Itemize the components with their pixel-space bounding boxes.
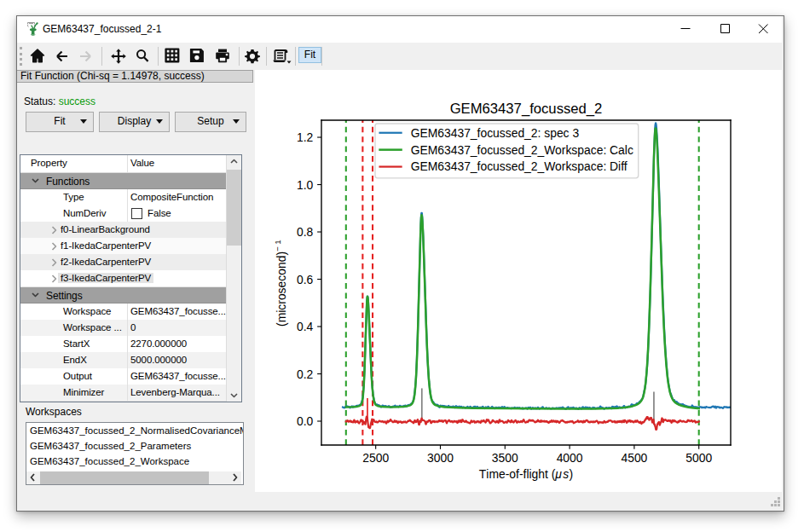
svg-text:GEM63437_focussed_2: spec 3: GEM63437_focussed_2: spec 3 [411, 126, 580, 140]
svg-text:2500: 2500 [362, 451, 389, 465]
svg-text:0.2: 0.2 [297, 367, 314, 381]
svg-text:1.2: 1.2 [297, 130, 314, 144]
svg-text:3000: 3000 [427, 451, 454, 465]
svg-text:GEM63437_focussed_2: GEM63437_focussed_2 [450, 101, 603, 117]
svg-text:T i m e: T i m e - o f - f l i g h t ( ) μ s [479, 461, 578, 483]
svg-text:0.8: 0.8 [297, 225, 314, 239]
svg-text:0.6: 0.6 [297, 273, 314, 286]
svg-text:1.0: 1.0 [297, 178, 314, 192]
svg-text:0.0: 0.0 [297, 414, 314, 428]
svg-text:5000: 5000 [685, 451, 712, 465]
svg-text:GEM63437_focussed_2_Workspace:: GEM63437_focussed_2_Workspace: Diff [411, 159, 628, 173]
svg-text:0.4: 0.4 [297, 320, 314, 333]
svg-text:GEM63437_focussed_2_Workspace:: GEM63437_focussed_2_Workspace: Calc [411, 143, 633, 157]
svg-text:4500: 4500 [621, 451, 647, 465]
